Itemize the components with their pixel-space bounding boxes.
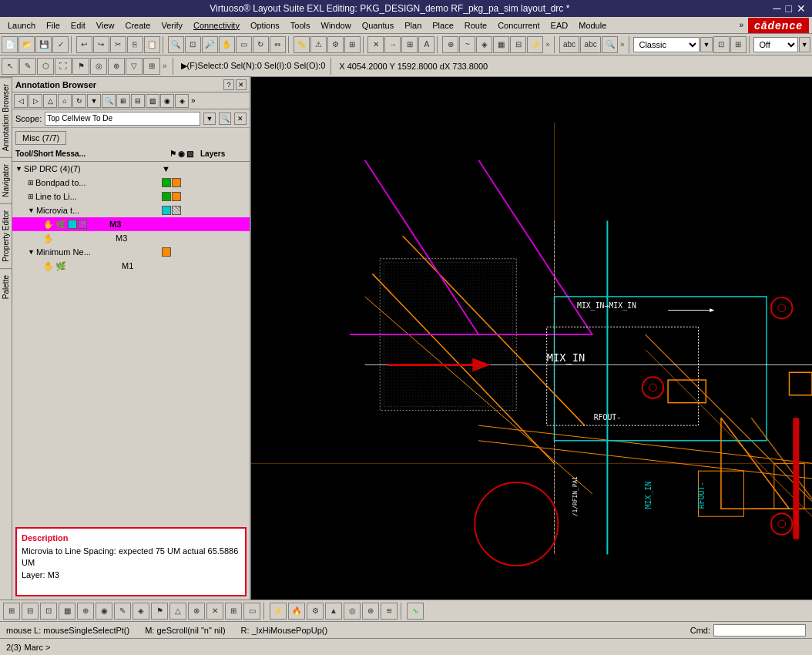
tb-grid[interactable]: ⊞ xyxy=(401,36,418,53)
tb-snap[interactable]: ⊕ xyxy=(442,36,458,53)
tb-draw2[interactable]: ⬡ xyxy=(37,58,54,75)
tree-arrow-microvia[interactable]: ▼ xyxy=(28,207,35,214)
close-button[interactable]: ✕ xyxy=(797,2,806,15)
bt-btn20[interactable]: ⊛ xyxy=(362,603,379,620)
pt-nav2[interactable]: ⊟ xyxy=(131,94,145,108)
menu-expand[interactable]: » xyxy=(736,21,747,29)
tree-arrow-bondpad[interactable]: ⊞ xyxy=(28,179,34,186)
bt-btn21[interactable]: ≋ xyxy=(381,603,398,620)
bt-btn1[interactable]: ⊞ xyxy=(3,603,20,620)
menu-options[interactable]: Options xyxy=(246,20,284,31)
tb-mirror[interactable]: ⇔ xyxy=(270,36,286,53)
pt-expand[interactable]: » xyxy=(190,96,197,105)
tb-cross[interactable]: ✕ xyxy=(367,36,384,53)
scope-input[interactable] xyxy=(45,112,200,126)
tb-select-rect[interactable]: ▭ xyxy=(236,36,252,53)
menu-edit[interactable]: Edit xyxy=(66,20,90,31)
menu-module[interactable]: Module xyxy=(574,20,611,31)
tb-draw8[interactable]: ⊞ xyxy=(143,58,160,75)
sidebar-tab-annotation[interactable]: Annotation Browser xyxy=(0,77,12,157)
tb-label[interactable]: A xyxy=(418,36,435,53)
tb-select[interactable]: ↖ xyxy=(2,58,18,75)
scope-clear-btn[interactable]: ✕ xyxy=(234,113,247,125)
tb-draw1[interactable]: ✎ xyxy=(19,58,36,75)
tb-zoom-out[interactable]: 🔎 xyxy=(202,36,218,53)
tb-open[interactable]: 📂 xyxy=(18,36,35,53)
tb-rotate[interactable]: ↻ xyxy=(253,36,269,53)
bt-btn12[interactable]: ✕ xyxy=(206,603,223,620)
tb-hier[interactable]: ⊞ xyxy=(344,36,361,53)
tb-draw3[interactable]: ⛶ xyxy=(55,58,72,75)
pt-home[interactable]: ⌂ xyxy=(58,94,72,108)
menu-connectivity[interactable]: Connectivity xyxy=(189,20,244,31)
bt-btn11[interactable]: ⊗ xyxy=(188,603,205,620)
tb-text1[interactable]: abc xyxy=(559,36,580,53)
tree-item-minimum[interactable]: ▼ Minimum Ne... xyxy=(12,245,250,259)
tree-item-sip-drc[interactable]: ▼ SiP DRC (4)(7) ▼ xyxy=(12,162,250,176)
menu-view[interactable]: View xyxy=(92,20,119,31)
pt-nav3[interactable]: ▧ xyxy=(146,94,159,108)
bt-btn13[interactable]: ⊞ xyxy=(225,603,242,620)
tb-conn[interactable]: ◈ xyxy=(476,36,492,53)
bt-btn8[interactable]: ◈ xyxy=(133,603,149,620)
bt-btn3[interactable]: ⊡ xyxy=(40,603,57,620)
tb-zoom-in[interactable]: 🔍 xyxy=(168,36,184,53)
off-select-arrow[interactable]: ▼ xyxy=(799,37,810,52)
pt-nav1[interactable]: ⊞ xyxy=(116,94,130,108)
tree-item-microvia[interactable]: ▼ Microvia t... xyxy=(12,203,250,217)
tb-new[interactable]: 📄 xyxy=(2,36,18,53)
misc-tab[interactable]: Misc (7/7) xyxy=(15,131,66,145)
tb-paste[interactable]: 📋 xyxy=(144,36,160,53)
menu-ead[interactable]: EAD xyxy=(546,20,573,31)
tb-draw7[interactable]: ▽ xyxy=(126,58,143,75)
tb-check[interactable]: ✓ xyxy=(52,36,69,53)
tb-save[interactable]: 💾 xyxy=(35,36,52,53)
tree-arrow-minimum[interactable]: ▼ xyxy=(28,248,35,256)
panel-close-btn[interactable]: ✕ xyxy=(236,79,247,90)
bt-btn2[interactable]: ⊟ xyxy=(22,603,39,620)
menu-file[interactable]: File xyxy=(42,20,65,31)
tb-draw5[interactable]: ◎ xyxy=(90,58,107,75)
bt-wave[interactable]: ∿ xyxy=(407,603,424,620)
pt-filter[interactable]: ▼ xyxy=(87,94,101,108)
sidebar-tab-navigator[interactable]: Navigator xyxy=(0,157,12,203)
sidebar-tab-property[interactable]: Property Editor xyxy=(0,203,12,268)
tb-ruler[interactable]: 📏 xyxy=(294,36,310,53)
tb-text2[interactable]: abc xyxy=(580,36,601,53)
tb-draw6[interactable]: ⊕ xyxy=(108,58,125,75)
tb-pan[interactable]: ✋ xyxy=(219,36,235,53)
tb-more1[interactable]: ▦ xyxy=(493,36,509,53)
tb-warn[interactable]: ⚡ xyxy=(527,36,543,53)
pt-fwd[interactable]: ▷ xyxy=(29,94,42,108)
menu-concurrent[interactable]: Concurrent xyxy=(493,20,544,31)
off-select[interactable]: Off xyxy=(753,37,797,52)
coord-arrow-btn[interactable]: ▶(F)Select:0 Sel(N):0 Sel(I):0 Sel(O):0 xyxy=(178,61,329,71)
view-select[interactable]: Classic xyxy=(633,37,700,52)
scope-search-btn[interactable]: 🔍 xyxy=(219,113,231,125)
bt-btn6[interactable]: ◉ xyxy=(96,603,112,620)
bt-btn17[interactable]: ⚙ xyxy=(307,603,324,620)
bt-btn18[interactable]: ▲ xyxy=(325,603,342,620)
tb-cut[interactable]: ✂ xyxy=(110,36,126,53)
tree-item-microvia-sub[interactable]: ✋ M3 xyxy=(12,231,250,245)
tb-search[interactable]: 🔍 xyxy=(602,36,618,53)
maximize-button[interactable]: □ xyxy=(786,2,792,15)
tree-item-line[interactable]: ⊞ Line to Li... xyxy=(12,190,250,203)
toolbar3-expand[interactable]: » xyxy=(161,62,169,70)
menu-place[interactable]: Place xyxy=(428,20,458,31)
tb-view2[interactable]: ⊞ xyxy=(730,36,747,53)
tb-redo[interactable]: ↪ xyxy=(93,36,109,53)
panel-help-btn[interactable]: ? xyxy=(223,79,234,90)
menu-launch[interactable]: Launch xyxy=(3,20,40,31)
bt-btn16[interactable]: 🔥 xyxy=(288,603,305,620)
bt-btn4[interactable]: ▦ xyxy=(59,603,75,620)
view-select-arrow[interactable]: ▼ xyxy=(700,37,712,52)
pt-nav4[interactable]: ◉ xyxy=(160,94,174,108)
tree-item-bondpad[interactable]: ⊞ Bondpad to... xyxy=(12,176,250,190)
menu-plan[interactable]: Plan xyxy=(400,20,426,31)
toolbar1-expand[interactable]: » xyxy=(544,40,552,49)
tb-more2[interactable]: ⊟ xyxy=(510,36,526,53)
tb-undo[interactable]: ↩ xyxy=(76,36,92,53)
pt-refresh[interactable]: ↻ xyxy=(72,94,86,108)
minimize-button[interactable]: ─ xyxy=(773,2,781,15)
